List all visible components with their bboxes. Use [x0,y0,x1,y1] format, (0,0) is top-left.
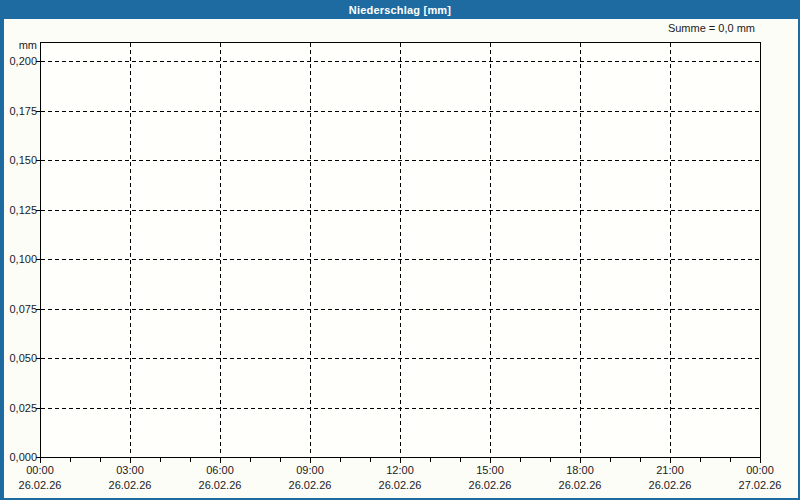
gridline-vertical [580,43,581,456]
x-time-label: 18:00 [550,464,610,476]
y-tick-label: 0,150 [0,154,37,166]
x-date-label: 26.02.26 [100,479,160,491]
x-tick-mark [430,458,431,462]
x-tick-mark [220,458,221,463]
x-date-label: 26.02.26 [640,479,700,491]
x-tick-mark [670,458,671,463]
x-tick-mark [700,458,701,462]
gridline-vertical [670,43,671,456]
x-tick-mark [280,458,281,462]
x-time-label: 21:00 [640,464,700,476]
x-date-label: 26.02.26 [280,479,340,491]
x-tick-mark [190,458,191,462]
x-tick-mark [340,458,341,462]
chart-window: Niederschlag [mm] Summe = 0,0 mm mm 0,00… [0,0,800,500]
y-axis-unit-label: mm [0,39,37,51]
x-tick-mark [520,458,521,462]
x-time-label: 09:00 [280,464,340,476]
x-tick-mark [100,458,101,462]
y-tick-label: 0,075 [0,303,37,315]
x-date-label: 26.02.26 [550,479,610,491]
x-time-label: 03:00 [100,464,160,476]
x-date-label: 27.02.26 [730,479,790,491]
gridline-vertical [490,43,491,456]
y-tick-label: 0,025 [0,402,37,414]
x-time-label: 00:00 [730,464,790,476]
x-time-label: 12:00 [370,464,430,476]
chart-title: Niederschlag [mm] [349,4,451,16]
x-tick-mark [760,458,761,463]
x-date-label: 26.02.26 [10,479,70,491]
y-tick-label: 0,200 [0,55,37,67]
x-tick-mark [610,458,611,462]
gridline-vertical [400,43,401,456]
x-time-label: 00:00 [10,464,70,476]
x-date-label: 26.02.26 [190,479,250,491]
x-tick-mark [130,458,131,463]
x-tick-mark [640,458,641,462]
x-tick-mark [580,458,581,463]
y-tick-label: 0,050 [0,352,37,364]
gridline-vertical [220,43,221,456]
x-time-label: 15:00 [460,464,520,476]
x-tick-mark [550,458,551,462]
x-tick-mark [490,458,491,463]
x-date-label: 26.02.26 [460,479,520,491]
gridline-vertical [310,43,311,456]
x-tick-mark [40,458,41,463]
x-tick-mark [160,458,161,462]
y-tick-label: 0,100 [0,253,37,265]
y-tick-label: 0,175 [0,105,37,117]
x-tick-mark [70,458,71,462]
x-tick-mark [370,458,371,462]
x-time-label: 06:00 [190,464,250,476]
y-tick-label: 0,125 [0,204,37,216]
x-tick-mark [460,458,461,462]
gridline-vertical [130,43,131,456]
x-tick-mark [400,458,401,463]
sum-annotation: Summe = 0,0 mm [500,22,755,34]
x-tick-mark [730,458,731,462]
y-tick-label: 0,000 [0,451,37,463]
x-tick-mark [250,458,251,462]
x-date-label: 26.02.26 [370,479,430,491]
chart-title-bar: Niederschlag [mm] [0,0,800,19]
x-tick-mark [310,458,311,463]
